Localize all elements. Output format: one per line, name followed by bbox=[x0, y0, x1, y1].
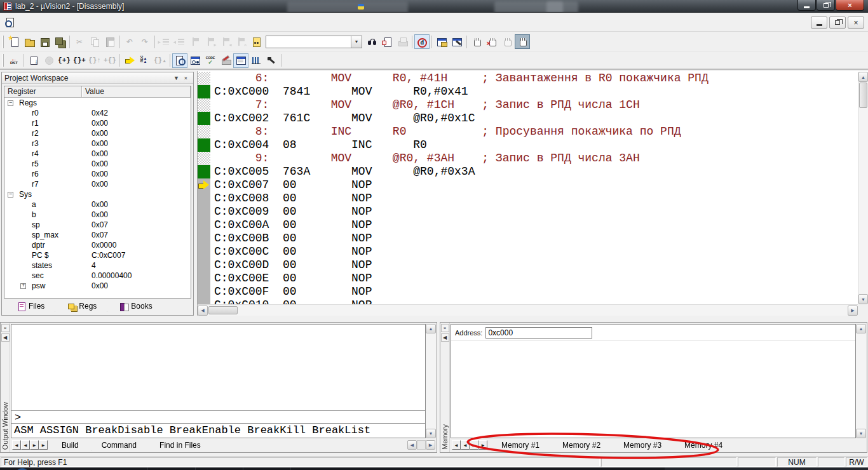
memory-close-button[interactable]: × bbox=[441, 324, 449, 332]
mdi-restore-button[interactable] bbox=[829, 17, 846, 29]
disassembly-line[interactable]: 8: INC R0 ; Просування покажчика по РПД bbox=[198, 125, 858, 138]
disassembly-line[interactable]: 7: MOV @R0, #1CH ; Запис в РПД числа 1CH bbox=[198, 98, 858, 112]
memory-window-button[interactable] bbox=[233, 53, 248, 68]
new-file-button[interactable] bbox=[6, 34, 22, 49]
workspace-tab[interactable]: Books bbox=[109, 300, 162, 312]
register-row[interactable]: r7 0x00 bbox=[4, 179, 191, 189]
insert-breakpoint-button[interactable] bbox=[469, 34, 484, 49]
register-row[interactable]: sec 0.00000400 bbox=[4, 271, 191, 281]
code-coverage-button[interactable]: CODE✓ bbox=[203, 53, 218, 68]
output-vscrollbar[interactable]: ▲ ▼ bbox=[426, 324, 436, 438]
undo-button[interactable]: ↶ bbox=[122, 34, 137, 49]
search-combobox-input[interactable] bbox=[266, 36, 351, 48]
scroll-right-button[interactable]: ▶ bbox=[848, 306, 858, 316]
output-tab[interactable]: Find in Files bbox=[149, 439, 211, 451]
print-button[interactable] bbox=[395, 34, 410, 49]
search-document-button[interactable] bbox=[379, 34, 395, 49]
toggle-bookmark-button[interactable] bbox=[187, 34, 203, 49]
stack-trace-button[interactable]: {}▲ bbox=[153, 53, 168, 68]
disassembly-line[interactable]: C:0xC007 00 NOP bbox=[198, 178, 858, 192]
tab-scroll-last-button[interactable]: ▶ bbox=[478, 440, 487, 450]
tabbar-scroll-right-button[interactable]: ▶ bbox=[426, 440, 435, 450]
register-row[interactable]: dptr 0x0000 bbox=[4, 240, 191, 250]
serial-window-button[interactable] bbox=[218, 53, 233, 68]
register-row[interactable]: Sys bbox=[4, 189, 191, 199]
disassembly-line[interactable]: C:0xC010 00 NOP bbox=[198, 299, 858, 304]
disassembly-vscrollbar[interactable]: ▲ ▼ bbox=[858, 72, 868, 304]
target-options-button[interactable] bbox=[449, 34, 465, 49]
register-row[interactable]: psw 0x00 bbox=[4, 281, 191, 291]
tree-expander-icon[interactable] bbox=[8, 100, 13, 106]
indent-button[interactable] bbox=[157, 34, 172, 49]
clear-bookmarks-button[interactable]: × bbox=[233, 34, 248, 49]
mdi-document-icon[interactable] bbox=[5, 18, 15, 27]
memory-vscrollbar[interactable]: ▲ ▼ bbox=[856, 324, 866, 438]
register-row[interactable]: r5 0x00 bbox=[4, 159, 191, 169]
address-input[interactable] bbox=[485, 327, 592, 339]
find-button[interactable] bbox=[364, 34, 379, 49]
register-row[interactable]: a 0x00 bbox=[4, 199, 191, 210]
search-combobox[interactable]: ▼ bbox=[266, 36, 362, 48]
tab-scroll-next-button[interactable]: ▶ bbox=[470, 440, 478, 450]
command-prompt[interactable]: > bbox=[11, 412, 425, 423]
halt-button[interactable]: × bbox=[41, 53, 57, 68]
disassembly-line[interactable]: C:0xC00D 00 NOP bbox=[198, 258, 858, 272]
disassembly-line[interactable]: C:0xC000 7841 MOV R0,#0x41 bbox=[198, 85, 858, 98]
step-into-button[interactable]: {+} bbox=[57, 53, 72, 68]
disassembly-line[interactable]: C:0xC00E 00 NOP bbox=[198, 272, 858, 285]
workspace-close-button[interactable]: × bbox=[181, 74, 191, 83]
unindent-button[interactable] bbox=[172, 34, 187, 49]
memory-tab[interactable]: Memory #4 bbox=[674, 439, 733, 451]
memory-tab[interactable]: Memory #3 bbox=[613, 439, 672, 451]
register-row[interactable]: PC $ C:0xC007 bbox=[4, 250, 191, 260]
mdi-close-button[interactable]: × bbox=[848, 17, 864, 29]
combobox-dropdown-button[interactable]: ▼ bbox=[351, 36, 362, 48]
memory-collapse-button[interactable]: ◀ bbox=[441, 333, 449, 342]
restore-button[interactable] bbox=[817, 0, 835, 11]
disassembly-line[interactable]: C:0xC009 00 NOP bbox=[198, 205, 858, 218]
disassembly-line[interactable]: C:0xC00F 00 NOP bbox=[198, 285, 858, 299]
close-button[interactable]: × bbox=[836, 0, 864, 11]
performance-analyzer-button[interactable] bbox=[248, 53, 264, 68]
workspace-tab[interactable]: Regs bbox=[57, 300, 107, 312]
scroll-down-button[interactable]: ▼ bbox=[856, 429, 866, 438]
cut-button[interactable]: ✂ bbox=[72, 34, 87, 49]
tab-scroll-first-button[interactable]: ◀ bbox=[12, 440, 21, 450]
watch-window-button[interactable] bbox=[187, 53, 203, 68]
minimize-button[interactable] bbox=[797, 0, 816, 11]
memory-hex-dump[interactable] bbox=[451, 341, 855, 437]
tree-expander-icon[interactable] bbox=[20, 283, 26, 289]
paste-button[interactable] bbox=[102, 34, 118, 49]
memory-tab[interactable]: Memory #2 bbox=[552, 439, 611, 451]
disassembly-line[interactable]: 6: MOV R0, #41H ; Завантаження в R0 пока… bbox=[198, 72, 858, 85]
register-row[interactable]: r3 0x00 bbox=[4, 138, 191, 149]
show-next-statement-button[interactable] bbox=[122, 53, 137, 68]
output-tab[interactable]: Command bbox=[92, 439, 147, 451]
scroll-down-button[interactable]: ▼ bbox=[858, 294, 868, 304]
find-in-files-button[interactable] bbox=[248, 34, 264, 49]
tabbar-scroll-left-button[interactable]: ◀ bbox=[407, 440, 417, 450]
kill-all-breakpoints-button[interactable]: × bbox=[484, 34, 499, 49]
open-file-button[interactable] bbox=[22, 34, 37, 49]
output-collapse-button[interactable]: ◀ bbox=[1, 333, 10, 342]
command-output-area[interactable]: > ASM ASSIGN BreakDisable BreakEnable Br… bbox=[11, 324, 426, 438]
toolbar-grip[interactable] bbox=[2, 36, 4, 48]
tab-scroll-prev-button[interactable]: ◀ bbox=[21, 440, 30, 450]
save-button[interactable] bbox=[37, 34, 52, 49]
run-to-cursor-button[interactable]: +{} bbox=[102, 53, 118, 68]
disassembly-line[interactable]: C:0xC00B 00 NOP bbox=[198, 232, 858, 245]
disable-all-breakpoints-button[interactable] bbox=[515, 34, 530, 49]
register-column-header[interactable]: Register bbox=[4, 86, 82, 98]
tab-scroll-prev-button[interactable]: ◀ bbox=[461, 440, 470, 450]
output-close-button[interactable]: × bbox=[1, 324, 10, 332]
disassembly-hscrollbar[interactable]: ◀ ▶ bbox=[198, 304, 858, 316]
output-tab[interactable]: Build bbox=[51, 439, 89, 451]
disassembly-line[interactable]: C:0xC002 761C MOV @R0,#0x1C bbox=[198, 112, 858, 125]
prev-bookmark-button[interactable]: ◂ bbox=[218, 34, 233, 49]
disassembly-line[interactable]: C:0xC00C 00 NOP bbox=[198, 245, 858, 258]
tab-scroll-first-button[interactable]: ◀ bbox=[452, 440, 461, 450]
step-out-button[interactable]: {}↑ bbox=[87, 53, 102, 68]
next-bookmark-button[interactable]: ▸ bbox=[203, 34, 218, 49]
scroll-up-button[interactable]: ▲ bbox=[858, 72, 868, 82]
scroll-up-button[interactable]: ▲ bbox=[856, 324, 866, 333]
